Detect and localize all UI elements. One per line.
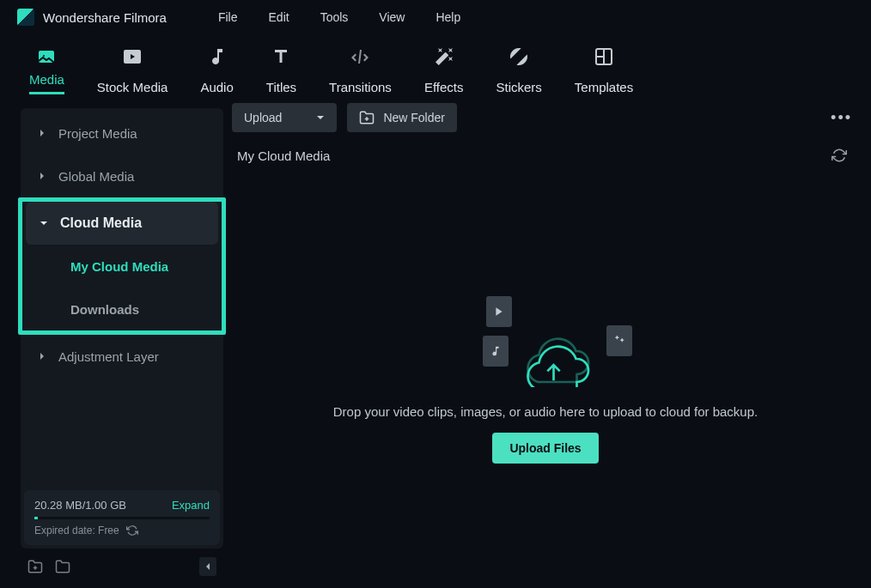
storage-progress-bar xyxy=(34,517,210,519)
tab-stock-media[interactable]: Stock Media xyxy=(85,41,180,100)
sidebar: Project Media Global Media Cloud Media M… xyxy=(0,100,232,588)
tab-audio[interactable]: Audio xyxy=(188,41,245,100)
highlighted-cloud-section: Cloud Media My Cloud Media Downloads xyxy=(18,197,226,335)
titles-icon xyxy=(271,46,291,67)
chevron-right-icon xyxy=(38,129,46,137)
app-logo-icon xyxy=(17,9,34,26)
more-options-button[interactable]: ••• xyxy=(824,109,859,127)
main-menu: File Edit Tools View Help xyxy=(218,10,460,24)
templates-icon xyxy=(594,46,614,67)
titlebar: Wondershare Filmora File Edit Tools View… xyxy=(0,0,871,34)
video-file-icon xyxy=(486,296,512,327)
new-folder-icon xyxy=(359,110,375,125)
chevron-left-icon xyxy=(204,562,212,571)
folder-icon[interactable] xyxy=(55,559,70,574)
tab-templates[interactable]: Templates xyxy=(563,41,645,100)
menu-file[interactable]: File xyxy=(218,10,238,24)
drop-zone[interactable]: Drop your video clips, images, or audio … xyxy=(232,172,859,588)
storage-used: 20.28 MB/1.00 GB xyxy=(34,499,126,512)
upload-files-button[interactable]: Upload Files xyxy=(492,433,598,464)
drop-instructions: Drop your video clips, images, or audio … xyxy=(333,404,758,419)
drop-zone-graphic xyxy=(495,296,596,387)
sidebar-subitem-downloads[interactable]: Downloads xyxy=(22,288,222,330)
sidebar-item-cloud-media[interactable]: Cloud Media xyxy=(26,202,218,245)
content-toolbar: Upload New Folder ••• xyxy=(232,100,859,136)
tab-titles[interactable]: Titles xyxy=(254,41,308,100)
tab-effects[interactable]: Effects xyxy=(412,41,476,100)
add-folder-icon[interactable] xyxy=(27,559,43,574)
refresh-icon[interactable] xyxy=(126,524,138,536)
chevron-down-icon xyxy=(40,219,48,227)
effects-icon xyxy=(434,46,454,67)
tab-stickers[interactable]: Stickers xyxy=(484,41,553,100)
storage-expand-link[interactable]: Expand xyxy=(172,499,210,512)
menu-view[interactable]: View xyxy=(379,10,405,24)
primary-tabs: Media Stock Media Audio Titles Transitio… xyxy=(17,41,854,100)
stickers-icon xyxy=(509,46,529,67)
media-icon xyxy=(36,46,57,67)
sidebar-footer xyxy=(21,549,223,579)
sidebar-item-project-media[interactable]: Project Media xyxy=(24,112,220,155)
chevron-right-icon xyxy=(38,352,46,361)
refresh-button[interactable] xyxy=(831,148,847,163)
audio-file-icon xyxy=(483,336,509,367)
storage-panel: 20.28 MB/1.00 GB Expand Expired date: Fr… xyxy=(24,490,220,545)
content-area: Upload New Folder ••• My Cloud Media xyxy=(232,100,871,588)
content-heading: My Cloud Media xyxy=(237,149,330,163)
chevron-down-icon xyxy=(316,113,325,122)
audio-icon xyxy=(207,46,228,67)
transitions-icon xyxy=(350,46,370,67)
collapse-sidebar-button[interactable] xyxy=(199,557,216,576)
menu-help[interactable]: Help xyxy=(436,10,460,24)
app-title: Wondershare Filmora xyxy=(43,10,167,25)
stock-media-icon xyxy=(122,46,143,67)
tab-transitions[interactable]: Transitions xyxy=(317,41,404,100)
menu-edit[interactable]: Edit xyxy=(269,10,289,24)
upload-dropdown[interactable]: Upload xyxy=(232,103,337,132)
sidebar-subitem-my-cloud[interactable]: My Cloud Media xyxy=(22,245,222,288)
new-folder-button[interactable]: New Folder xyxy=(347,103,457,132)
sidebar-item-adjustment-layer[interactable]: Adjustment Layer xyxy=(24,335,220,378)
storage-expiry: Expired date: Free xyxy=(34,524,119,536)
sidebar-item-global-media[interactable]: Global Media xyxy=(24,155,220,197)
chevron-right-icon xyxy=(38,172,46,180)
effects-file-icon xyxy=(606,325,632,356)
tab-media[interactable]: Media xyxy=(17,41,76,100)
cloud-upload-icon xyxy=(519,330,596,387)
menu-tools[interactable]: Tools xyxy=(320,10,349,24)
